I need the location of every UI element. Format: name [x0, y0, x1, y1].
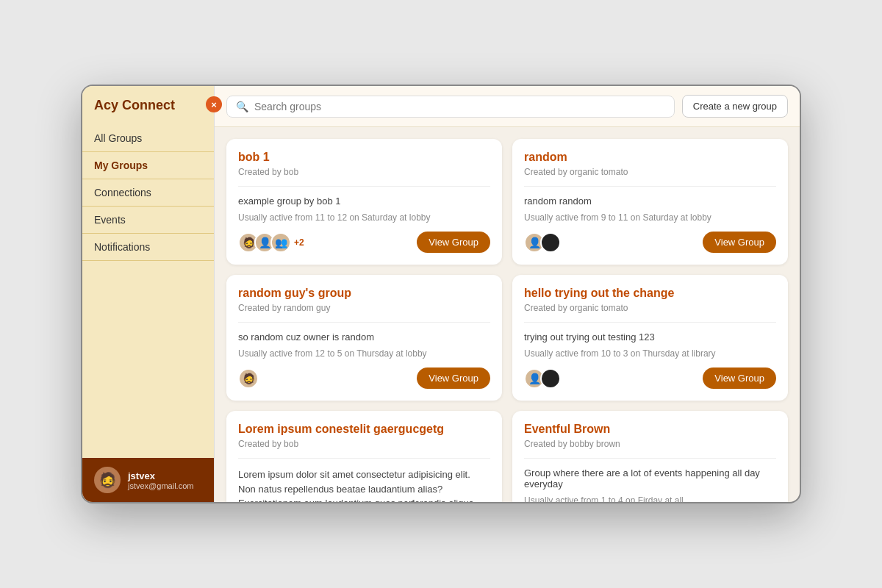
- user-profile: 🧔 jstvex jstvex@gmail.com: [82, 458, 214, 502]
- group-footer: 🧔 View Group: [238, 368, 490, 389]
- group-description: Lorem ipsum dolor sit amet consectetur a…: [238, 467, 490, 502]
- group-card-random: random Created by organic tomato random …: [512, 139, 788, 265]
- group-creator: Created by random guy: [238, 303, 490, 313]
- create-group-button[interactable]: Create a new group: [682, 95, 788, 118]
- member-avatar: [540, 232, 561, 253]
- search-input[interactable]: [254, 101, 665, 112]
- group-description: trying out trying out testing 123: [524, 331, 776, 343]
- member-avatars: 🧔👤👥+2: [238, 232, 304, 253]
- sidebar-nav: All GroupsMy GroupsConnectionsEventsNoti…: [82, 125, 214, 261]
- member-avatars: 👤: [524, 368, 556, 389]
- group-name: hello trying out the change: [524, 287, 776, 300]
- group-activity: Usually active from 11 to 12 on Saturday…: [238, 212, 490, 223]
- group-creator: Created by bob: [238, 439, 490, 449]
- group-activity: Usually active from 9 to 11 on Saturday …: [524, 212, 776, 223]
- sidebar-item-connections[interactable]: Connections: [82, 179, 214, 207]
- group-creator: Created by organic tomato: [524, 303, 776, 313]
- group-divider: [524, 186, 776, 187]
- member-avatars: 🧔: [238, 368, 254, 389]
- group-card-eventful-brown: Eventful Brown Created by bobby brown Gr…: [512, 411, 788, 502]
- group-footer: 👤 View Group: [524, 232, 776, 253]
- group-description: Group where there are a lot of events ha…: [524, 467, 776, 490]
- group-card-bob1: bob 1 Created by bob example group by bo…: [226, 139, 502, 265]
- view-group-button[interactable]: View Group: [703, 232, 776, 253]
- group-divider: [238, 322, 490, 323]
- group-activity: Usually active from 12 to 5 on Thursday …: [238, 348, 490, 359]
- group-footer: 👤 View Group: [524, 368, 776, 389]
- app-title: Acy Connect: [82, 98, 214, 125]
- main-content: 🔍 Create a new group bob 1 Created by bo…: [215, 86, 800, 502]
- sidebar-item-all-groups[interactable]: All Groups: [82, 125, 214, 152]
- group-name: random guy's group: [238, 287, 490, 300]
- member-avatar: 🧔: [238, 368, 259, 389]
- group-description: random random: [524, 196, 776, 207]
- view-group-button[interactable]: View Group: [703, 368, 776, 389]
- group-card-random-guys-group: random guy's group Created by random guy…: [226, 275, 502, 401]
- user-name: jstvex: [128, 470, 193, 481]
- group-creator: Created by bob: [238, 167, 490, 177]
- sidebar-item-my-groups[interactable]: My Groups: [82, 152, 214, 179]
- search-bar: 🔍 Create a new group: [215, 86, 800, 127]
- group-creator: Created by bobby brown: [524, 439, 776, 449]
- view-group-button[interactable]: View Group: [417, 368, 490, 389]
- group-creator: Created by organic tomato: [524, 167, 776, 177]
- group-description: so random cuz owner is random: [238, 331, 490, 343]
- user-email: jstvex@gmail.com: [128, 481, 193, 490]
- group-name: Lorem ipsum conestelit gaergucgetg: [238, 423, 490, 436]
- group-divider: [238, 186, 490, 187]
- sidebar-item-events[interactable]: Events: [82, 207, 214, 234]
- search-wrapper: 🔍: [226, 96, 675, 118]
- group-footer: 🧔👤👥+2 View Group: [238, 232, 490, 253]
- sidebar-item-notifications[interactable]: Notifications: [82, 234, 214, 261]
- member-avatars: 👤: [524, 232, 556, 253]
- group-description: example group by bob 1: [238, 196, 490, 207]
- avatar-emoji: 🧔: [98, 471, 117, 489]
- group-activity: Usually active from 1 to 4 on Firday at …: [524, 495, 776, 502]
- group-divider: [524, 322, 776, 323]
- app-window: Acy Connect × All GroupsMy GroupsConnect…: [81, 85, 801, 503]
- group-name: random: [524, 151, 776, 164]
- close-button[interactable]: ×: [206, 96, 222, 112]
- groups-grid: bob 1 Created by bob example group by bo…: [215, 127, 800, 502]
- member-avatar: [540, 368, 561, 389]
- group-divider: [238, 458, 490, 459]
- group-name: bob 1: [238, 151, 490, 164]
- member-avatar: 👥: [270, 232, 291, 253]
- group-card-hello-trying: hello trying out the change Created by o…: [512, 275, 788, 401]
- search-icon: 🔍: [236, 101, 248, 112]
- group-name: Eventful Brown: [524, 423, 776, 436]
- group-divider: [524, 458, 776, 459]
- group-activity: Usually active from 10 to 3 on Thursday …: [524, 348, 776, 359]
- view-group-button[interactable]: View Group: [417, 232, 490, 253]
- avatar: 🧔: [94, 467, 121, 493]
- member-count: +2: [294, 237, 304, 248]
- user-info: jstvex jstvex@gmail.com: [128, 470, 193, 490]
- sidebar: Acy Connect × All GroupsMy GroupsConnect…: [82, 86, 215, 502]
- group-card-lorem-ipsum: Lorem ipsum conestelit gaergucgetg Creat…: [226, 411, 502, 502]
